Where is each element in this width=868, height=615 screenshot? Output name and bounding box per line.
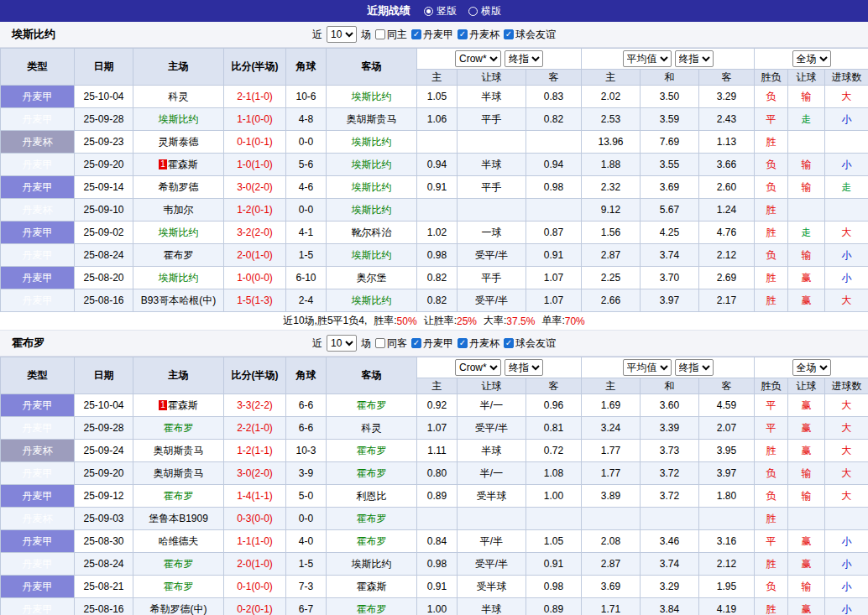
home-team-name[interactable]: 希勒罗德 [159, 181, 199, 193]
radio-selected-icon[interactable] [424, 7, 433, 16]
home-team-name[interactable]: 希勒罗德(中) [150, 603, 207, 615]
same-venue-checkbox[interactable]: 同客 [375, 336, 407, 351]
away-team-name[interactable]: 霍森斯 [357, 581, 387, 592]
cup-checkbox[interactable]: 丹麦杯 [458, 28, 499, 42]
home-team-name[interactable]: 霍布罗 [164, 581, 194, 592]
home-team-name[interactable]: 堡鲁本B1909 [149, 513, 208, 524]
away-team-name[interactable]: 埃斯比约 [352, 249, 392, 261]
home-team-cell[interactable]: 霍布罗 [133, 576, 224, 598]
fulltime-select[interactable]: 全场 [792, 50, 831, 67]
away-team-name[interactable]: 利恩比 [357, 490, 387, 502]
away-team-cell[interactable]: 埃斯比约 [327, 244, 417, 267]
away-team-name[interactable]: 霍布罗 [357, 535, 387, 547]
away-team-cell[interactable]: 埃斯比约 [327, 86, 417, 108]
league-checkbox[interactable]: 丹麦甲 [411, 28, 453, 42]
away-team-cell[interactable]: 埃斯比约 [327, 176, 417, 199]
friendly-checkbox[interactable]: 球会友谊 [504, 336, 556, 351]
home-team-cell[interactable]: 1霍森斯 [133, 154, 224, 176]
away-team-name[interactable]: 霍布罗 [357, 445, 387, 456]
recent-count-select[interactable]: 10 [327, 335, 357, 352]
average-select[interactable]: 平均值 [623, 359, 672, 376]
final-odds-select[interactable]: 终指 [675, 359, 714, 376]
away-team-cell[interactable]: 利恩比 [327, 485, 417, 508]
away-team-cell[interactable]: 埃斯比约 [327, 199, 417, 222]
home-team-name[interactable]: B93哥本哈根(中) [141, 294, 216, 306]
radio-vertical[interactable]: 竖版 [424, 4, 457, 18]
home-team-name[interactable]: 科灵 [169, 91, 189, 102]
fulltime-select[interactable]: 全场 [792, 359, 831, 376]
home-team-cell[interactable]: 希勒罗德 [133, 176, 224, 199]
away-team-name[interactable]: 奥尔堡 [357, 272, 387, 284]
home-team-name[interactable]: 埃斯比约 [159, 227, 199, 238]
home-team-cell[interactable]: 科灵 [133, 86, 224, 108]
home-team-name[interactable]: 哈维德夫 [159, 535, 199, 547]
home-team-name[interactable]: 灵斯泰德 [159, 136, 199, 148]
home-team-cell[interactable]: 霍布罗 [133, 244, 224, 267]
away-team-cell[interactable]: 埃斯比约 [327, 131, 417, 154]
away-team-name[interactable]: 埃斯比约 [352, 558, 392, 570]
away-team-name[interactable]: 霍布罗 [357, 513, 387, 524]
friendly-checkbox[interactable]: 球会友谊 [504, 28, 556, 42]
away-team-name[interactable]: 奥胡斯贵马 [347, 113, 397, 125]
final-odds-select[interactable]: 终指 [505, 359, 543, 376]
home-team-cell[interactable]: 奥胡斯贵马 [133, 462, 224, 485]
cup-checkbox[interactable]: 丹麦杯 [458, 336, 499, 351]
home-team-cell[interactable]: 霍布罗 [133, 485, 224, 508]
away-team-name[interactable]: 科灵 [362, 422, 382, 434]
home-team-name[interactable]: 奥胡斯贵马 [154, 467, 204, 479]
home-team-cell[interactable]: 埃斯比约 [133, 108, 224, 131]
home-team-name[interactable]: 埃斯比约 [159, 113, 199, 125]
home-team-name[interactable]: 霍布罗 [164, 490, 194, 502]
home-team-cell[interactable]: 堡鲁本B1909 [133, 508, 224, 530]
home-team-cell[interactable]: 希勒罗德(中) [133, 598, 224, 615]
home-team-name[interactable]: 霍森斯 [168, 399, 198, 411]
home-team-cell[interactable]: 埃斯比约 [133, 222, 224, 244]
away-team-name[interactable]: 埃斯比约 [352, 294, 392, 306]
away-team-cell[interactable]: 霍布罗 [327, 598, 417, 615]
home-team-cell[interactable]: 埃斯比约 [133, 267, 224, 289]
away-team-cell[interactable]: 霍布罗 [327, 394, 417, 417]
away-team-cell[interactable]: 埃斯比约 [327, 289, 417, 312]
away-team-cell[interactable]: 奥胡斯贵马 [327, 108, 417, 131]
radio-horizontal[interactable]: 横版 [468, 4, 501, 18]
away-team-name[interactable]: 埃斯比约 [352, 91, 392, 102]
away-team-cell[interactable]: 靴尔科治 [327, 222, 417, 244]
home-team-cell[interactable]: B93哥本哈根(中) [133, 289, 224, 312]
away-team-cell[interactable]: 霍布罗 [327, 462, 417, 485]
radio-unselected-icon[interactable] [468, 7, 478, 16]
away-team-name[interactable]: 埃斯比约 [352, 136, 392, 148]
final-odds-select[interactable]: 终指 [505, 50, 543, 67]
home-team-name[interactable]: 霍布罗 [164, 422, 194, 434]
home-team-name[interactable]: 奥胡斯贵马 [154, 445, 204, 456]
away-team-cell[interactable]: 霍森斯 [327, 576, 417, 598]
same-venue-checkbox[interactable]: 同主 [375, 28, 407, 42]
home-team-cell[interactable]: 哈维德夫 [133, 530, 224, 553]
home-team-cell[interactable]: 1霍森斯 [133, 394, 224, 417]
home-team-name[interactable]: 霍森斯 [168, 159, 198, 170]
away-team-name[interactable]: 埃斯比约 [352, 159, 392, 170]
final-odds-select[interactable]: 终指 [675, 50, 714, 67]
league-checkbox[interactable]: 丹麦甲 [411, 336, 453, 351]
away-team-name[interactable]: 靴尔科治 [352, 227, 392, 238]
home-team-name[interactable]: 霍布罗 [164, 558, 194, 570]
away-team-name[interactable]: 埃斯比约 [352, 181, 392, 193]
away-team-name[interactable]: 霍布罗 [357, 467, 387, 479]
home-team-cell[interactable]: 奥胡斯贵马 [133, 440, 224, 462]
home-team-cell[interactable]: 霍布罗 [133, 417, 224, 440]
home-team-cell[interactable]: 韦加尔 [133, 199, 224, 222]
home-team-name[interactable]: 霍布罗 [164, 249, 194, 261]
home-team-name[interactable]: 埃斯比约 [159, 272, 199, 284]
away-team-cell[interactable]: 奥尔堡 [327, 267, 417, 289]
home-team-name[interactable]: 韦加尔 [164, 204, 194, 216]
away-team-cell[interactable]: 霍布罗 [327, 440, 417, 462]
away-team-cell[interactable]: 埃斯比约 [327, 154, 417, 176]
average-select[interactable]: 平均值 [623, 50, 672, 67]
away-team-cell[interactable]: 埃斯比约 [327, 553, 417, 576]
away-team-cell[interactable]: 霍布罗 [327, 508, 417, 530]
bookmaker-select[interactable]: Crow* [455, 50, 501, 67]
away-team-name[interactable]: 霍布罗 [357, 399, 387, 411]
away-team-name[interactable]: 霍布罗 [357, 603, 387, 615]
away-team-cell[interactable]: 科灵 [327, 417, 417, 440]
away-team-name[interactable]: 埃斯比约 [352, 204, 392, 216]
home-team-cell[interactable]: 霍布罗 [133, 553, 224, 576]
